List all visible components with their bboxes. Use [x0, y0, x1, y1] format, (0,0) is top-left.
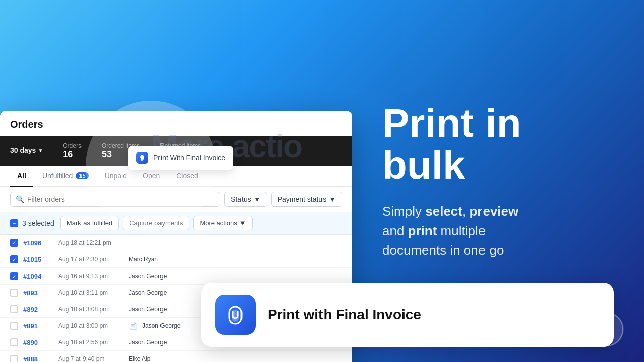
order-customer: Elke Alp: [129, 355, 342, 362]
svg-text:U: U: [231, 309, 239, 321]
order-date: Aug 16 at 9:13 pm: [58, 273, 124, 280]
search-icon: 🔍: [16, 195, 24, 203]
order-date: Aug 10 at 3:11 pm: [58, 289, 124, 296]
status-filter-button[interactable]: Status ▼: [224, 192, 267, 207]
row-checkbox[interactable]: [10, 289, 18, 297]
order-date: Aug 10 at 3:08 pm: [58, 306, 124, 313]
row-checkbox[interactable]: ✓: [10, 255, 18, 263]
row-checkbox[interactable]: ✓: [10, 272, 18, 280]
feature-card-icon: U: [215, 295, 256, 335]
stat-period-label: 30 days: [10, 146, 36, 154]
selected-count: 3 selected: [22, 219, 54, 227]
row-checkbox[interactable]: [10, 322, 18, 330]
table-row[interactable]: ✓ #1015 Aug 17 at 2:30 pm Marc Ryan: [0, 251, 352, 268]
order-id: #1094: [23, 273, 53, 280]
status-caret-icon: ▼: [254, 195, 261, 203]
order-id: #890: [23, 339, 53, 346]
more-actions-button[interactable]: More actions ▼: [193, 216, 252, 230]
print-with-final-invoice-menu-item[interactable]: Print With Final Invoice: [128, 146, 233, 170]
row-checkbox[interactable]: [10, 355, 18, 362]
print-invoice-label: Print With Final Invoice: [153, 154, 225, 162]
svg-rect-4: [141, 160, 143, 161]
period-caret-icon: ▼: [38, 148, 43, 153]
order-id: #1096: [23, 239, 53, 247]
order-customer: Marc Ryan: [129, 256, 342, 263]
mark-fulfilled-button[interactable]: Mark as fulfilled: [60, 216, 119, 230]
stat-orders-value: 16: [63, 149, 82, 160]
table-row[interactable]: ✓ #1096 Aug 18 at 12:21 pm: [0, 235, 352, 251]
order-id: #892: [23, 306, 53, 313]
order-id: #893: [23, 289, 53, 297]
payment-caret-icon: ▼: [329, 195, 336, 203]
dropdown-menu: Print With Final Invoice: [128, 146, 233, 170]
order-date: Aug 10 at 2:56 pm: [58, 339, 124, 346]
payment-status-filter-button[interactable]: Payment status ▼: [271, 192, 342, 207]
hero-title: Print in bulk: [382, 102, 614, 187]
order-id: #1015: [23, 256, 53, 263]
note-icon: 📄: [129, 322, 137, 330]
order-date: Aug 10 at 3:00 pm: [58, 322, 124, 329]
order-date: Aug 7 at 9:40 pm: [58, 355, 124, 362]
feature-card: U Print with Final Invoice: [201, 283, 614, 347]
stat-orders: Orders 16: [63, 142, 82, 160]
more-actions-caret-icon: ▼: [239, 219, 246, 227]
print-invoice-icon: [136, 152, 148, 164]
order-customer: Jason George: [129, 273, 342, 280]
row-checkbox[interactable]: [10, 305, 18, 313]
hero-subtitle: Simply select, preview and print multipl…: [382, 202, 614, 260]
order-date: Aug 17 at 2:30 pm: [58, 256, 124, 263]
stat-period[interactable]: 30 days ▼: [10, 142, 43, 160]
select-all-checkbox[interactable]: –: [10, 219, 18, 227]
order-date: Aug 18 at 12:21 pm: [58, 239, 124, 246]
stat-orders-label: Orders: [63, 142, 82, 149]
row-checkbox[interactable]: ✓: [10, 239, 18, 247]
feature-card-text: Print with Final Invoice: [268, 306, 421, 323]
tab-all[interactable]: All: [10, 166, 33, 186]
order-id: #891: [23, 322, 53, 330]
svg-rect-3: [141, 159, 143, 160]
order-id: #888: [23, 355, 53, 363]
row-checkbox[interactable]: [10, 338, 18, 346]
table-row[interactable]: #888 Aug 7 at 9:40 pm Elke Alp: [0, 351, 352, 362]
